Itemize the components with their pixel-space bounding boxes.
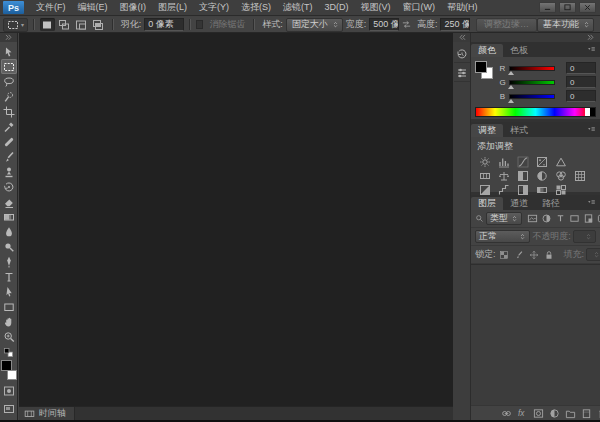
lock-all-button[interactable] [543, 248, 556, 261]
tool-type[interactable] [1, 269, 17, 284]
new-layer-button[interactable] [581, 407, 592, 420]
adjustment-layer-filter-button[interactable] [540, 212, 553, 225]
tool-move[interactable] [1, 44, 17, 59]
adjustment-photo-filter-button[interactable] [533, 169, 551, 182]
adjustment-channel-mixer-button[interactable] [552, 169, 570, 182]
tool-brush[interactable] [1, 149, 17, 164]
menu-edit[interactable]: 编辑(E) [72, 0, 114, 15]
menu-view[interactable]: 视图(V) [355, 0, 397, 15]
adjustment-vibrance-button[interactable] [552, 155, 570, 168]
add-selection-button[interactable] [57, 18, 72, 31]
tool-clone-stamp[interactable] [1, 164, 17, 179]
adjustment-levels-button[interactable] [495, 155, 513, 168]
tool-hand[interactable] [1, 314, 17, 329]
channel-slider[interactable] [509, 66, 555, 71]
panel-color-swatches[interactable] [475, 61, 495, 83]
tool-rectangular-marquee[interactable] [1, 59, 17, 74]
fill-input[interactable] [586, 248, 600, 261]
new-adjustment-button[interactable] [549, 407, 560, 420]
channel-value-input[interactable]: 0 [566, 62, 596, 74]
adjustment-exposure-button[interactable] [533, 155, 551, 168]
tool-rectangle[interactable] [1, 299, 17, 314]
new-selection-button[interactable] [40, 18, 55, 31]
blend-mode-select[interactable]: 正常 [475, 230, 530, 243]
menu-type[interactable]: 文字(Y) [193, 0, 235, 15]
adjustment-color-lookup-button[interactable] [571, 169, 589, 182]
link-layers-button[interactable] [501, 407, 512, 420]
layer-filter-type-select[interactable]: 类型 [486, 212, 522, 225]
app-logo[interactable]: Ps [3, 1, 24, 14]
close-button[interactable] [579, 2, 596, 13]
tab-color-0[interactable]: 颜色 [471, 44, 503, 57]
tool-lasso[interactable] [1, 74, 17, 89]
slider-marker[interactable] [508, 71, 514, 75]
tool-quick-selection[interactable] [1, 89, 17, 104]
opacity-input[interactable] [573, 230, 596, 243]
tool-zoom[interactable] [1, 329, 17, 344]
tool-dodge[interactable] [1, 239, 17, 254]
intersect-selection-button[interactable] [91, 18, 106, 31]
refine-edge-button[interactable]: 调整边缘… [476, 18, 537, 32]
width-input[interactable]: 500 像素 [369, 18, 399, 31]
menu-select[interactable]: 选择(S) [235, 0, 277, 15]
tab-layers-0[interactable]: 图层 [471, 197, 503, 210]
timeline-tab[interactable]: 时间轴 [19, 407, 75, 421]
canvas-area[interactable] [19, 33, 453, 406]
screen-mode-button[interactable] [1, 402, 17, 416]
panel-foreground-swatch[interactable] [475, 61, 487, 73]
swap-dimensions-button[interactable] [401, 19, 412, 30]
smart-object-filter-button[interactable] [582, 212, 595, 225]
tool-path-selection[interactable] [1, 284, 17, 299]
tab-layers-1[interactable]: 通道 [503, 197, 535, 210]
menu-file[interactable]: 文件(F) [30, 0, 72, 15]
tool-preset-button[interactable]: ▾ [3, 18, 28, 32]
tool-blur[interactable] [1, 224, 17, 239]
panels-collapse-chevrons-icon[interactable] [471, 33, 600, 42]
adjustments-panel-menu-button[interactable] [586, 126, 597, 134]
subtract-selection-button[interactable] [74, 18, 89, 31]
type-layer-filter-button[interactable] [554, 212, 567, 225]
height-input[interactable]: 250 像素 [440, 18, 470, 31]
lock-transparency-button[interactable] [498, 248, 511, 261]
default-colors-icon[interactable] [3, 347, 14, 358]
background-color-swatch[interactable] [7, 370, 17, 380]
tab-color-1[interactable]: 色板 [503, 44, 535, 57]
menu-window[interactable]: 窗口(W) [397, 0, 442, 15]
workspace-switcher[interactable]: 基本功能 [537, 18, 594, 32]
shape-layer-filter-button[interactable] [568, 212, 581, 225]
menu-help[interactable]: 帮助(H) [441, 0, 484, 15]
spectrum-black-swatch[interactable] [590, 108, 595, 116]
channel-slider[interactable] [509, 80, 555, 85]
menu-3d[interactable]: 3D(D) [319, 0, 355, 15]
toolbar-collapse-chevrons-icon[interactable] [0, 33, 17, 42]
lock-pixels-button[interactable] [513, 248, 526, 261]
slider-marker[interactable] [508, 99, 514, 103]
tab-adjustments-0[interactable]: 调整 [471, 124, 503, 137]
adjustment-curves-button[interactable] [514, 155, 532, 168]
history-panel-button[interactable] [454, 47, 470, 63]
menu-layer[interactable]: 图层(L) [152, 0, 193, 15]
adjustment-black-white-button[interactable] [514, 169, 532, 182]
color-spectrum-ramp[interactable] [475, 107, 596, 117]
style-select[interactable]: 固定大小 [286, 18, 343, 32]
foreground-color-swatch[interactable] [1, 360, 12, 371]
feather-input[interactable]: 0 像素 [144, 18, 184, 31]
tool-history-brush[interactable] [1, 179, 17, 194]
dock-expand-chevrons-icon[interactable] [453, 33, 470, 42]
properties-panel-button[interactable] [454, 66, 470, 82]
channel-value-input[interactable]: 0 [566, 76, 596, 88]
tool-spot-healing[interactable] [1, 134, 17, 149]
channel-slider[interactable] [509, 94, 555, 99]
tool-pen[interactable] [1, 254, 17, 269]
tool-gradient[interactable] [1, 209, 17, 224]
layers-list[interactable] [471, 264, 600, 405]
channel-value-input[interactable]: 0 [566, 90, 596, 102]
add-mask-button[interactable] [533, 407, 544, 420]
adjustment-color-balance-button[interactable] [495, 169, 513, 182]
maximize-button[interactable] [559, 2, 576, 13]
lock-position-button[interactable] [528, 248, 541, 261]
menu-filter[interactable]: 滤镜(T) [277, 0, 319, 15]
anti-alias-checkbox[interactable] [196, 20, 204, 29]
quick-mask-button[interactable] [1, 384, 17, 398]
menu-image[interactable]: 图像(I) [114, 0, 153, 15]
